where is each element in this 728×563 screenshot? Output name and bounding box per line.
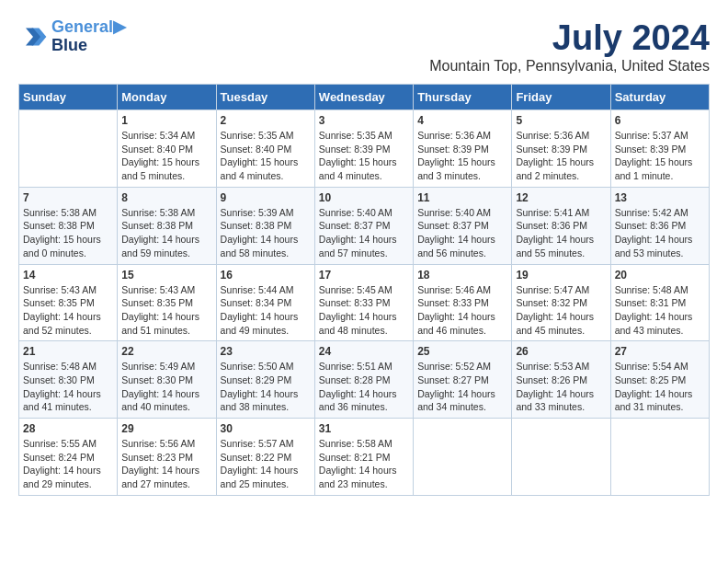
day-number: 25: [417, 345, 507, 358]
calendar-week-5: 28Sunrise: 5:55 AMSunset: 8:24 PMDayligh…: [19, 419, 710, 496]
cell-info: Sunrise: 5:43 AMSunset: 8:35 PMDaylight:…: [121, 283, 211, 338]
calendar-cell: 11Sunrise: 5:40 AMSunset: 8:37 PMDayligh…: [414, 187, 512, 264]
day-number: 16: [221, 269, 311, 282]
page-header: General▶ Blue July 2024 Mountain Top, Pe…: [18, 18, 710, 75]
calendar-cell: 10Sunrise: 5:40 AMSunset: 8:37 PMDayligh…: [314, 187, 413, 264]
cell-info: Sunrise: 5:50 AMSunset: 8:29 PMDaylight:…: [221, 360, 311, 414]
day-number: 30: [221, 422, 311, 435]
day-number: 15: [121, 269, 211, 282]
cell-info: Sunrise: 5:58 AMSunset: 8:21 PMDaylight:…: [319, 437, 409, 491]
day-number: 9: [221, 191, 311, 204]
day-number: 5: [516, 114, 606, 127]
calendar-week-1: 1Sunrise: 5:34 AMSunset: 8:40 PMDaylight…: [19, 110, 710, 188]
calendar-cell: 15Sunrise: 5:43 AMSunset: 8:35 PMDayligh…: [118, 264, 216, 341]
cell-info: Sunrise: 5:43 AMSunset: 8:35 PMDaylight:…: [23, 283, 113, 338]
logo-icon: [18, 22, 48, 52]
day-number: 18: [417, 269, 507, 282]
calendar-cell: 9Sunrise: 5:39 AMSunset: 8:38 PMDaylight…: [216, 187, 314, 264]
calendar-cell: [512, 419, 610, 496]
day-number: 8: [121, 191, 211, 204]
cell-info: Sunrise: 5:40 AMSunset: 8:37 PMDaylight:…: [417, 206, 507, 260]
day-header-monday: Monday: [118, 85, 216, 110]
cell-info: Sunrise: 5:51 AMSunset: 8:28 PMDaylight:…: [319, 360, 409, 414]
day-number: 28: [23, 422, 113, 435]
calendar-cell: 2Sunrise: 5:35 AMSunset: 8:40 PMDaylight…: [216, 110, 314, 188]
cell-info: Sunrise: 5:45 AMSunset: 8:33 PMDaylight:…: [319, 283, 409, 338]
cell-info: Sunrise: 5:38 AMSunset: 8:38 PMDaylight:…: [121, 206, 211, 260]
day-number: 11: [417, 191, 507, 204]
calendar-cell: 23Sunrise: 5:50 AMSunset: 8:29 PMDayligh…: [216, 341, 314, 419]
calendar-cell: 8Sunrise: 5:38 AMSunset: 8:38 PMDaylight…: [118, 187, 216, 264]
cell-info: Sunrise: 5:48 AMSunset: 8:30 PMDaylight:…: [23, 360, 113, 414]
calendar-cell: 3Sunrise: 5:35 AMSunset: 8:39 PMDaylight…: [314, 110, 413, 188]
cell-info: Sunrise: 5:49 AMSunset: 8:30 PMDaylight:…: [121, 360, 211, 414]
day-number: 7: [23, 191, 113, 204]
calendar-cell: [414, 419, 512, 496]
calendar-cell: 20Sunrise: 5:48 AMSunset: 8:31 PMDayligh…: [610, 264, 709, 341]
cell-info: Sunrise: 5:35 AMSunset: 8:40 PMDaylight:…: [221, 129, 311, 183]
calendar-cell: [19, 110, 118, 188]
cell-info: Sunrise: 5:44 AMSunset: 8:34 PMDaylight:…: [221, 283, 311, 338]
day-number: 22: [121, 345, 211, 358]
cell-info: Sunrise: 5:38 AMSunset: 8:38 PMDaylight:…: [23, 206, 113, 260]
cell-info: Sunrise: 5:41 AMSunset: 8:36 PMDaylight:…: [516, 206, 606, 260]
calendar-cell: 22Sunrise: 5:49 AMSunset: 8:30 PMDayligh…: [118, 341, 216, 419]
cell-info: Sunrise: 5:52 AMSunset: 8:27 PMDaylight:…: [417, 360, 507, 414]
calendar-week-2: 7Sunrise: 5:38 AMSunset: 8:38 PMDaylight…: [19, 187, 710, 264]
cell-info: Sunrise: 5:42 AMSunset: 8:36 PMDaylight:…: [615, 206, 705, 260]
day-number: 1: [121, 114, 211, 127]
day-header-thursday: Thursday: [414, 85, 512, 110]
cell-info: Sunrise: 5:39 AMSunset: 8:38 PMDaylight:…: [221, 206, 311, 260]
calendar-cell: 28Sunrise: 5:55 AMSunset: 8:24 PMDayligh…: [19, 419, 118, 496]
day-number: 27: [615, 345, 705, 358]
cell-info: Sunrise: 5:53 AMSunset: 8:26 PMDaylight:…: [516, 360, 606, 414]
calendar-cell: 13Sunrise: 5:42 AMSunset: 8:36 PMDayligh…: [610, 187, 709, 264]
day-number: 17: [319, 269, 409, 282]
day-number: 6: [615, 114, 705, 127]
calendar-cell: 30Sunrise: 5:57 AMSunset: 8:22 PMDayligh…: [216, 419, 314, 496]
day-number: 12: [516, 191, 606, 204]
subtitle: Mountain Top, Pennsylvania, United State…: [429, 58, 710, 75]
cell-info: Sunrise: 5:46 AMSunset: 8:33 PMDaylight:…: [417, 283, 507, 338]
calendar-table: SundayMondayTuesdayWednesdayThursdayFrid…: [18, 84, 710, 496]
calendar-week-3: 14Sunrise: 5:43 AMSunset: 8:35 PMDayligh…: [19, 264, 710, 341]
cell-info: Sunrise: 5:36 AMSunset: 8:39 PMDaylight:…: [516, 129, 606, 183]
cell-info: Sunrise: 5:56 AMSunset: 8:23 PMDaylight:…: [121, 437, 211, 491]
calendar-cell: 21Sunrise: 5:48 AMSunset: 8:30 PMDayligh…: [19, 341, 118, 419]
day-number: 13: [615, 191, 705, 204]
calendar-cell: 5Sunrise: 5:36 AMSunset: 8:39 PMDaylight…: [512, 110, 610, 188]
calendar-cell: 6Sunrise: 5:37 AMSunset: 8:39 PMDaylight…: [610, 110, 709, 188]
cell-info: Sunrise: 5:55 AMSunset: 8:24 PMDaylight:…: [23, 437, 113, 491]
day-header-friday: Friday: [512, 85, 610, 110]
calendar-cell: 4Sunrise: 5:36 AMSunset: 8:39 PMDaylight…: [414, 110, 512, 188]
calendar-cell: 25Sunrise: 5:52 AMSunset: 8:27 PMDayligh…: [414, 341, 512, 419]
main-title: July 2024: [429, 18, 710, 58]
calendar-cell: 1Sunrise: 5:34 AMSunset: 8:40 PMDaylight…: [118, 110, 216, 188]
calendar-cell: 29Sunrise: 5:56 AMSunset: 8:23 PMDayligh…: [118, 419, 216, 496]
calendar-cell: [610, 419, 709, 496]
day-number: 3: [319, 114, 409, 127]
calendar-cell: 27Sunrise: 5:54 AMSunset: 8:25 PMDayligh…: [610, 341, 709, 419]
cell-info: Sunrise: 5:36 AMSunset: 8:39 PMDaylight:…: [417, 129, 507, 183]
day-header-tuesday: Tuesday: [216, 85, 314, 110]
calendar-cell: 18Sunrise: 5:46 AMSunset: 8:33 PMDayligh…: [414, 264, 512, 341]
cell-info: Sunrise: 5:54 AMSunset: 8:25 PMDaylight:…: [615, 360, 705, 414]
calendar-cell: 19Sunrise: 5:47 AMSunset: 8:32 PMDayligh…: [512, 264, 610, 341]
calendar-cell: 7Sunrise: 5:38 AMSunset: 8:38 PMDaylight…: [19, 187, 118, 264]
day-number: 4: [417, 114, 507, 127]
cell-info: Sunrise: 5:37 AMSunset: 8:39 PMDaylight:…: [615, 129, 705, 183]
calendar-header-row: SundayMondayTuesdayWednesdayThursdayFrid…: [19, 85, 710, 110]
logo-text: General▶ Blue: [51, 18, 126, 55]
day-number: 14: [23, 269, 113, 282]
cell-info: Sunrise: 5:34 AMSunset: 8:40 PMDaylight:…: [121, 129, 211, 183]
title-area: July 2024 Mountain Top, Pennsylvania, Un…: [429, 18, 710, 75]
calendar-cell: 12Sunrise: 5:41 AMSunset: 8:36 PMDayligh…: [512, 187, 610, 264]
day-number: 20: [615, 269, 705, 282]
cell-info: Sunrise: 5:57 AMSunset: 8:22 PMDaylight:…: [221, 437, 311, 491]
calendar-cell: 14Sunrise: 5:43 AMSunset: 8:35 PMDayligh…: [19, 264, 118, 341]
calendar-cell: 26Sunrise: 5:53 AMSunset: 8:26 PMDayligh…: [512, 341, 610, 419]
day-number: 31: [319, 422, 409, 435]
day-number: 10: [319, 191, 409, 204]
day-number: 19: [516, 269, 606, 282]
cell-info: Sunrise: 5:48 AMSunset: 8:31 PMDaylight:…: [615, 283, 705, 338]
